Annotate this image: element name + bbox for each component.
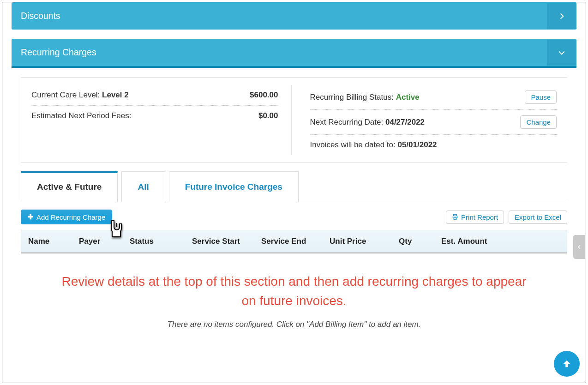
discounts-header[interactable]: Discounts <box>12 2 576 30</box>
recurring-body: Current Care Level: Level 2 $600.00 Esti… <box>12 66 576 357</box>
print-report-button[interactable]: Print Report <box>446 211 504 224</box>
actions-row: ✚ Add Recurring Charge Print Report Expo… <box>21 202 567 230</box>
care-level-label: Current Care Level: Level 2 <box>31 90 129 100</box>
discounts-panel: Discounts <box>12 2 576 30</box>
instruction-callout: Review details at the top of this sectio… <box>21 253 567 316</box>
col-qty: Qty <box>399 237 441 246</box>
tab-future-invoice[interactable]: Future Invoice Charges <box>169 171 299 202</box>
next-date-row: Next Recurring Date: 04/27/2022 Change <box>310 110 557 135</box>
recurring-panel: Recurring Charges Current Care Level: Le… <box>12 39 576 357</box>
chevron-down-icon <box>547 40 576 66</box>
print-icon <box>452 214 458 220</box>
recurring-header[interactable]: Recurring Charges <box>12 39 576 66</box>
est-fees-label: Estimated Next Period Fees: <box>31 111 131 120</box>
est-fees-amount: $0.00 <box>258 111 278 120</box>
side-tab[interactable] <box>573 235 585 259</box>
export-excel-button[interactable]: Export to Excel <box>509 211 567 224</box>
invoice-date-label: Invoices will be dated to: 05/01/2022 <box>310 140 437 150</box>
arrow-up-icon <box>562 359 572 369</box>
col-payer: Payer <box>79 237 130 246</box>
care-level-row: Current Care Level: Level 2 $600.00 <box>31 85 278 106</box>
est-fees-row: Estimated Next Period Fees: $0.00 <box>31 106 278 126</box>
summary-left: Current Care Level: Level 2 $600.00 Esti… <box>31 85 292 155</box>
add-recurring-charge-button[interactable]: ✚ Add Recurring Charge <box>21 210 112 224</box>
recurring-title: Recurring Charges <box>21 47 96 58</box>
care-level-amount: $600.00 <box>250 90 278 100</box>
pause-button[interactable]: Pause <box>525 90 557 104</box>
invoice-date-row: Invoices will be dated to: 05/01/2022 <box>310 135 557 155</box>
scroll-top-fab[interactable] <box>554 351 580 377</box>
col-name: Name <box>28 237 79 246</box>
change-button[interactable]: Change <box>520 115 557 129</box>
next-date-label: Next Recurring Date: 04/27/2022 <box>310 118 425 127</box>
col-est-amount: Est. Amount <box>441 237 560 246</box>
billing-status-row: Recurring Billing Status: Active Pause <box>310 85 557 110</box>
tab-active-future[interactable]: Active & Future <box>21 171 118 202</box>
col-service-start: Service Start <box>192 237 261 246</box>
plus-icon: ✚ <box>28 213 34 221</box>
summary-box: Current Care Level: Level 2 $600.00 Esti… <box>21 77 567 163</box>
col-status: Status <box>130 237 192 246</box>
table-header: Name Payer Status Service Start Service … <box>21 230 567 253</box>
no-items-message: There are no items configured. Click on … <box>21 316 567 348</box>
col-service-end: Service End <box>261 237 330 246</box>
col-unit-price: Unit Price <box>330 237 399 246</box>
summary-right: Recurring Billing Status: Active Pause N… <box>310 85 557 155</box>
tabs: Active & Future All Future Invoice Charg… <box>21 171 567 202</box>
billing-status-label: Recurring Billing Status: Active <box>310 93 420 102</box>
tab-all[interactable]: All <box>121 171 165 202</box>
billing-status-value: Active <box>396 93 420 102</box>
chevron-right-icon <box>547 3 576 29</box>
discounts-title: Discounts <box>21 11 60 21</box>
